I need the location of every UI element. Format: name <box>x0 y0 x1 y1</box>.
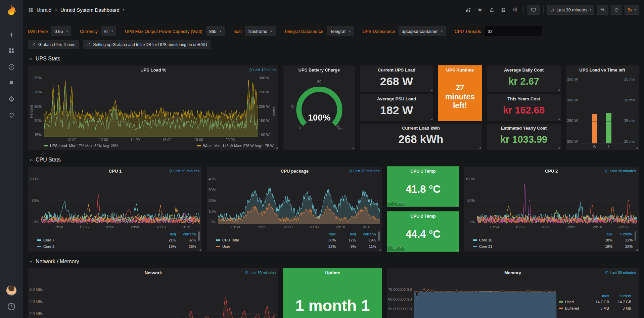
legend-series-name[interactable]: User <box>216 244 316 248</box>
cpu-package-chart-canvas[interactable] <box>218 177 380 224</box>
panel-title[interactable]: Memory <box>504 270 521 275</box>
network-chart-canvas[interactable] <box>45 279 276 318</box>
sidebar-item-server-admin[interactable] <box>0 107 23 123</box>
legend-series-name[interactable]: CPU Total <box>216 238 316 242</box>
panel-title[interactable]: UPS Load vs Time left <box>579 67 625 73</box>
mark-favorite-button[interactable]: ★ <box>475 5 485 14</box>
row-header-cpu-stats[interactable]: CPU Stats <box>28 157 639 163</box>
panel-title[interactable]: This Years Cost <box>507 96 540 101</box>
variable-value-dropdown[interactable]: Nostromo ▾ <box>245 26 276 36</box>
sidebar-item-explore[interactable] <box>0 59 23 75</box>
panel-header[interactable]: Memory ◷ Last 30 minutes <box>387 268 639 277</box>
sidebar-item-configuration[interactable]: ⚙ <box>0 91 23 107</box>
panel-header[interactable]: Uptime <box>283 268 382 277</box>
panel-header[interactable]: Current UPS Load <box>360 65 433 75</box>
save-button[interactable] <box>499 5 508 14</box>
legend-column-current[interactable]: current▾ <box>176 232 196 236</box>
panel-header[interactable]: CPU 2 Temp <box>387 212 459 221</box>
panel-header[interactable]: UPS Load vs Time left <box>566 65 639 75</box>
panel-title[interactable]: CPU 1 Temp <box>410 169 436 174</box>
bar-watts[interactable] <box>592 114 597 143</box>
panel-header[interactable]: Current Load kWh <box>360 124 482 133</box>
variable-value-dropdown[interactable]: 865 ▾ <box>206 26 225 36</box>
refresh-interval-picker[interactable]: 5s ▾ <box>625 5 639 15</box>
variable-value-dropdown[interactable]: kr ▾ <box>101 26 116 36</box>
add-panel-button[interactable] <box>463 5 473 14</box>
user-avatar-item[interactable] <box>0 282 23 299</box>
panel-time-override[interactable]: ◷ Last 30 minutes <box>605 270 636 275</box>
dashboard-title[interactable]: Unraid System Dashboard <box>60 7 120 13</box>
panel-title[interactable]: Current UPS Load <box>378 67 415 73</box>
memory-chart-canvas[interactable] <box>414 279 557 318</box>
link-ups-monitoring-guide[interactable]: Setting up Grafana and InfluxDB for UPS … <box>83 40 211 49</box>
panel-title[interactable]: CPU 2 <box>545 169 558 174</box>
time-range-picker[interactable]: ◷ Last 30 minutes ▾ <box>547 5 594 15</box>
variable-value-dropdown[interactable]: 0.65 ▾ <box>51 26 71 36</box>
panel-header[interactable]: Average Daily Cost <box>487 65 561 75</box>
bar-chart[interactable] <box>580 78 624 143</box>
variable-value-dropdown[interactable]: Telegraf ▾ <box>327 26 354 36</box>
panel-header[interactable]: Network ◷ Last 30 minutes <box>28 268 278 277</box>
sidebar-item-help[interactable]: ? <box>0 299 23 315</box>
panel-time-override[interactable]: ◷ Last 30 minutes <box>169 169 199 173</box>
panel-title[interactable]: Average Daily Cost <box>504 67 544 73</box>
legend-scrollbar[interactable] <box>198 231 200 249</box>
panel-title[interactable]: CPU 2 Temp <box>410 214 436 219</box>
legend-series-name[interactable]: Core 2 <box>37 244 156 248</box>
link-grafana-plex-theme[interactable]: Grafana Plex Theme <box>28 40 79 49</box>
panel-time-override[interactable]: ◷ Last 30 minutes <box>349 169 379 173</box>
dashboard-settings-button[interactable]: ⚙ <box>510 5 520 14</box>
panel-header[interactable]: UPS Battery Charge <box>283 65 355 75</box>
panel-header[interactable]: UPS Load % ◷ Last 12 hours <box>28 65 278 75</box>
row-header-network-memory[interactable]: Network / Memory <box>28 259 639 265</box>
sidebar-item-alerting[interactable] <box>0 75 23 91</box>
panel-header[interactable]: Average PSU Load <box>360 94 433 103</box>
cycle-view-button[interactable] <box>527 5 540 15</box>
cpu1-chart-canvas[interactable] <box>41 177 200 224</box>
bar-time-left[interactable] <box>606 113 611 143</box>
sidebar-item-dashboards[interactable] <box>0 43 23 59</box>
variable-value-dropdown[interactable]: apcupsd-container ▾ <box>399 26 446 36</box>
share-button[interactable] <box>487 5 496 14</box>
cpu-threads-input[interactable] <box>485 26 542 36</box>
panel-header[interactable]: This Years Cost <box>487 94 561 103</box>
legend-column-current[interactable]: current <box>609 294 631 298</box>
panel-title[interactable]: UPS Battery Charge <box>298 67 340 73</box>
panel-title[interactable]: Estimated Yearly Cost <box>501 126 547 131</box>
panel-title[interactable]: Average PSU Load <box>377 96 416 101</box>
panel-title[interactable]: Uptime <box>325 270 340 275</box>
panel-title[interactable]: UPS Load % <box>140 67 166 73</box>
legend-column-avg[interactable]: avg <box>336 232 356 236</box>
panel-time-override[interactable]: ◷ Last 30 minutes <box>245 270 276 275</box>
panel-header[interactable]: Estimated Yearly Cost <box>487 124 561 133</box>
row-header-ups-stats[interactable]: UPS Stats <box>28 56 639 62</box>
legend-item[interactable]: UPS Load Min: 17% Max: 32% Avg: 20% <box>44 144 118 148</box>
zoom-out-button[interactable] <box>597 5 608 15</box>
panel-header[interactable]: CPU package ◷ Last 30 minutes <box>207 167 382 176</box>
panel-header[interactable]: CPU 1 Temp <box>387 167 459 176</box>
legend-series-name[interactable]: Buffered <box>559 306 587 310</box>
cpu2-chart-canvas[interactable] <box>477 177 637 224</box>
legend-column-current[interactable]: current▾ <box>612 232 633 236</box>
grafana-logo[interactable] <box>6 4 17 16</box>
caret-down-icon[interactable]: ▾ <box>123 8 124 11</box>
ups-load-chart-canvas[interactable] <box>44 76 258 137</box>
refresh-button[interactable] <box>611 5 622 15</box>
panel-header[interactable]: UPS Runtime <box>438 65 482 75</box>
legend-scrollbar[interactable] <box>635 231 636 249</box>
panel-title[interactable]: UPS Runtime <box>446 67 474 73</box>
breadcrumb-app[interactable]: Unraid <box>37 7 51 13</box>
panel-title[interactable]: Network <box>145 270 162 275</box>
legend-column-current[interactable]: current▾ <box>356 232 376 236</box>
panel-time-override[interactable]: ◷ Last 12 hours <box>249 67 276 72</box>
legend-column-max[interactable]: max <box>316 232 336 236</box>
panel-title[interactable]: CPU 1 <box>109 169 122 174</box>
legend-series-name[interactable]: Used <box>559 300 587 304</box>
legend-column-avg[interactable]: avg <box>156 232 176 236</box>
panel-header[interactable]: CPU 2 ◷ Last 30 minutes <box>464 167 639 176</box>
legend-column-avg[interactable]: avg <box>592 232 612 236</box>
panel-title[interactable]: Current Load kWh <box>402 126 440 131</box>
legend-item[interactable]: Watts Min: 148 W Max: 278 W Avg: 175 W <box>197 144 274 148</box>
panel-header[interactable]: CPU 1 ◷ Last 30 minutes <box>28 167 202 176</box>
legend-series-name[interactable]: Core 7 <box>37 238 156 242</box>
